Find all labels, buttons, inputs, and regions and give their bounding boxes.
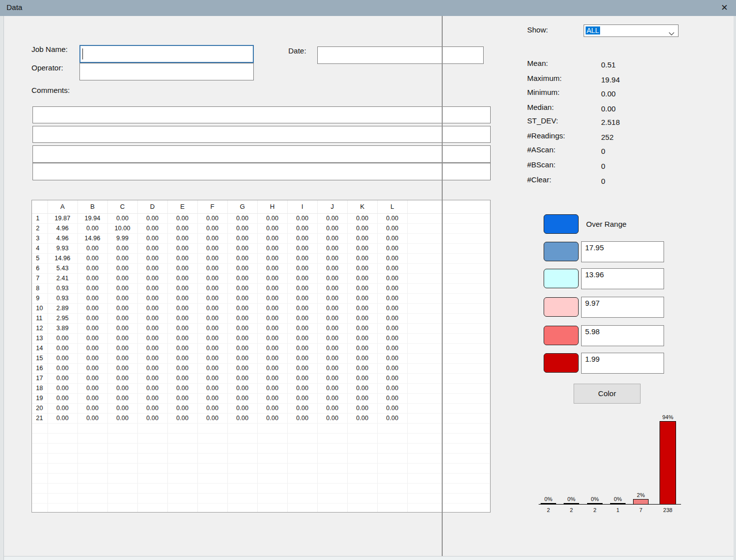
- grid-cell[interactable]: 0.00: [77, 383, 107, 393]
- grid-cell[interactable]: [347, 493, 377, 503]
- grid-cell[interactable]: 0.00: [287, 393, 317, 403]
- grid-cell[interactable]: 0.00: [137, 303, 167, 313]
- grid-cell[interactable]: 0.00: [347, 403, 377, 413]
- grid-cell[interactable]: 0.00: [257, 373, 287, 383]
- grid-cell[interactable]: [257, 473, 287, 483]
- grid-cell[interactable]: 14.96: [77, 233, 107, 243]
- grid-cell[interactable]: 0.00: [257, 363, 287, 373]
- grid-cell[interactable]: 0.00: [137, 313, 167, 323]
- grid-cell[interactable]: 0.00: [287, 353, 317, 363]
- grid-cell[interactable]: 0.00: [137, 243, 167, 253]
- grid-cell[interactable]: [47, 463, 77, 473]
- grid-cell[interactable]: 0.00: [257, 253, 287, 263]
- grid-cell[interactable]: 0.00: [77, 253, 107, 263]
- grid-cell[interactable]: 0.00: [287, 373, 317, 383]
- grid-cell[interactable]: 2.95: [47, 313, 77, 323]
- grid-cell[interactable]: 0.00: [317, 293, 347, 303]
- grid-cell[interactable]: 0.00: [137, 283, 167, 293]
- grid-cell[interactable]: 0.00: [287, 333, 317, 343]
- grid-cell[interactable]: [287, 423, 317, 433]
- grid-cell[interactable]: 0.00: [167, 343, 197, 353]
- grid-cell[interactable]: [347, 453, 377, 463]
- grid-cell[interactable]: 0.00: [77, 403, 107, 413]
- grid-cell[interactable]: 0.00: [287, 283, 317, 293]
- grid-cell[interactable]: [347, 473, 377, 483]
- grid-cell[interactable]: 0.00: [347, 243, 377, 253]
- grid-cell[interactable]: 0.00: [137, 323, 167, 333]
- grid-cell[interactable]: 0.00: [77, 283, 107, 293]
- grid-cell[interactable]: 10.00: [107, 223, 137, 233]
- grid-cell[interactable]: 0.00: [347, 413, 377, 423]
- grid-cell[interactable]: 0.00: [317, 223, 347, 233]
- grid-cell[interactable]: [227, 443, 257, 453]
- grid-cell[interactable]: 0.00: [107, 333, 137, 343]
- grid-cell[interactable]: 0.00: [227, 373, 257, 383]
- grid-cell[interactable]: 0.00: [287, 273, 317, 283]
- grid-cell[interactable]: 0.00: [167, 323, 197, 333]
- grid-cell[interactable]: 9.99: [107, 233, 137, 243]
- grid-cell[interactable]: 0.00: [227, 333, 257, 343]
- operator-input[interactable]: [79, 63, 254, 80]
- grid-cell[interactable]: 0.00: [257, 383, 287, 393]
- grid-cell[interactable]: [377, 433, 407, 443]
- date-input[interactable]: [317, 46, 484, 64]
- grid-cell[interactable]: [227, 423, 257, 433]
- grid-cell[interactable]: 0.93: [47, 293, 77, 303]
- grid-cell[interactable]: [197, 483, 227, 493]
- grid-cell[interactable]: [227, 493, 257, 503]
- grid-cell[interactable]: [47, 453, 77, 463]
- grid-cell[interactable]: 0.00: [347, 253, 377, 263]
- grid-cell[interactable]: [77, 433, 107, 443]
- grid-cell[interactable]: 0.00: [137, 403, 167, 413]
- grid-cell[interactable]: 0.00: [47, 333, 77, 343]
- grid-cell[interactable]: 0.00: [257, 403, 287, 413]
- grid-cell[interactable]: 0.00: [167, 383, 197, 393]
- grid-cell[interactable]: 0.00: [107, 263, 137, 273]
- grid-cell[interactable]: [317, 483, 347, 493]
- grid-cell[interactable]: 0.00: [227, 343, 257, 353]
- close-icon[interactable]: ✕: [721, 2, 728, 13]
- grid-cell[interactable]: 2.89: [47, 303, 77, 313]
- grid-cell[interactable]: [227, 473, 257, 483]
- grid-cell[interactable]: 0.00: [347, 383, 377, 393]
- grid-cell[interactable]: 0.00: [227, 303, 257, 313]
- grid-cell[interactable]: 0.93: [47, 283, 77, 293]
- comment-line-3[interactable]: [32, 145, 491, 163]
- grid-cell[interactable]: 0.00: [317, 323, 347, 333]
- grid-cell[interactable]: 0.00: [107, 313, 137, 323]
- grid-cell[interactable]: [107, 483, 137, 493]
- grid-cell[interactable]: 0.00: [137, 383, 167, 393]
- grid-cell[interactable]: 3.89: [47, 323, 77, 333]
- grid-cell[interactable]: 0.00: [227, 403, 257, 413]
- grid-cell[interactable]: 0.00: [137, 363, 167, 373]
- grid-cell[interactable]: 0.00: [77, 343, 107, 353]
- grid-cell[interactable]: 0.00: [347, 233, 377, 243]
- grid-cell[interactable]: 0.00: [317, 393, 347, 403]
- grid-cell[interactable]: 0.00: [77, 293, 107, 303]
- grid-cell[interactable]: [377, 443, 407, 453]
- grid-cell[interactable]: 0.00: [257, 273, 287, 283]
- grid-cell[interactable]: 0.00: [287, 263, 317, 273]
- grid-cell[interactable]: 0.00: [137, 263, 167, 273]
- grid-cell[interactable]: 0.00: [77, 363, 107, 373]
- grid-cell[interactable]: 0.00: [257, 213, 287, 223]
- grid-cell[interactable]: 0.00: [107, 323, 137, 333]
- grid-cell[interactable]: 0.00: [137, 333, 167, 343]
- grid-cell[interactable]: 0.00: [107, 413, 137, 423]
- grid-cell[interactable]: 0.00: [287, 403, 317, 413]
- grid-cell[interactable]: 0.00: [377, 253, 407, 263]
- grid-cell[interactable]: 0.00: [287, 213, 317, 223]
- grid-cell[interactable]: 0.00: [197, 383, 227, 393]
- grid-cell[interactable]: [137, 463, 167, 473]
- grid-cell[interactable]: 0.00: [167, 233, 197, 243]
- grid-cell[interactable]: 19.87: [47, 213, 77, 223]
- grid-cell[interactable]: 0.00: [257, 223, 287, 233]
- threshold-input[interactable]: 5.98: [581, 325, 664, 346]
- grid-cell[interactable]: 0.00: [77, 273, 107, 283]
- grid-cell[interactable]: 14.96: [47, 253, 77, 263]
- grid-cell[interactable]: 0.00: [107, 403, 137, 413]
- grid-cell[interactable]: [137, 453, 167, 463]
- grid-cell[interactable]: 0.00: [197, 213, 227, 223]
- grid-cell[interactable]: 0.00: [77, 303, 107, 313]
- grid-cell[interactable]: [287, 493, 317, 503]
